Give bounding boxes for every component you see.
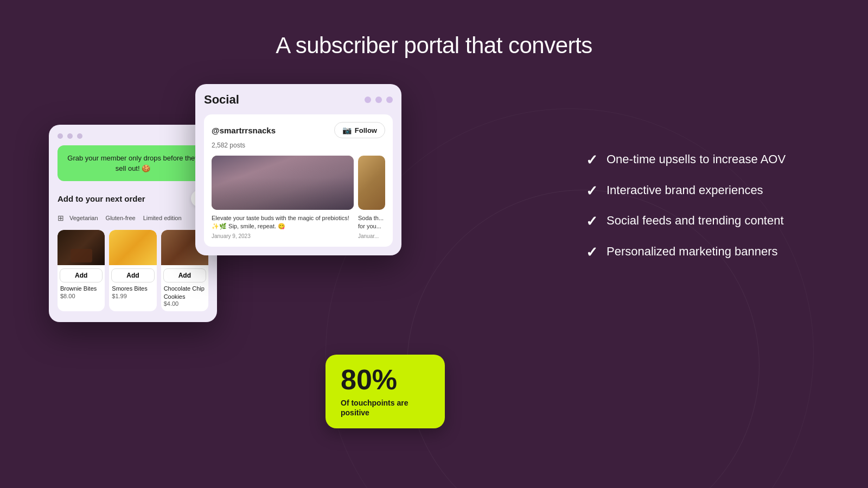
dot-3	[77, 133, 82, 139]
add-order-header: Add to your next order 🔍	[58, 190, 208, 207]
brownie-name: Brownie Bites	[58, 285, 105, 292]
profile-row: @smartrrsnacks 📷 Follow	[212, 122, 385, 138]
member-banner: Grab your member only drops before they …	[58, 145, 208, 181]
feature-item-1: ✓ One-time upsells to increase AOV	[586, 152, 814, 168]
checkmark-4: ✓	[586, 245, 598, 259]
stat-number: 80%	[341, 365, 430, 394]
filter-tabs: ⊞ Vegetarian Gluten-free Limited edition	[58, 214, 208, 222]
checkmark-2: ✓	[586, 184, 598, 198]
product-card-brownie: Add Brownie Bites $8.00	[58, 230, 105, 311]
feature-text-2: Interactive brand experiences	[607, 183, 763, 198]
deco-dot-2	[375, 97, 382, 103]
social-card: Social @smartrrsnacks 📷 Follow 2,582 pos…	[195, 84, 401, 255]
deco-dot-1	[365, 97, 371, 103]
add-brownie-button[interactable]: Add	[60, 268, 103, 282]
social-title: Social	[204, 93, 239, 107]
page-title: A subscriber portal that converts	[276, 33, 592, 59]
brownie-image	[58, 230, 105, 265]
social-post-2: Soda th... for you... Januar...	[358, 156, 385, 239]
smores-name: Smores Bites	[109, 285, 156, 292]
page-container: A subscriber portal that converts Grab y…	[0, 0, 868, 488]
member-banner-text: Grab your member only drops before they …	[67, 154, 198, 172]
feature-item-2: ✓ Interactive brand experiences	[586, 183, 814, 198]
instagram-icon: 📷	[342, 126, 352, 134]
add-order-card: Grab your member only drops before they …	[49, 125, 217, 322]
feature-text-3: Social feeds and trending content	[607, 213, 784, 229]
post-1-date: January 9, 2023	[212, 233, 354, 239]
products-row: Add Brownie Bites $8.00 Add Smores Bites…	[58, 230, 208, 311]
cookies-name: Chocolate Chip Cookies	[161, 285, 208, 300]
social-card-dots	[365, 97, 393, 103]
filter-glutenfree[interactable]: Gluten-free	[104, 214, 138, 222]
brownie-price: $8.00	[58, 293, 105, 299]
social-post-1: Elevate your taste buds with the magic o…	[212, 156, 354, 239]
feature-item-3: ✓ Social feeds and trending content	[586, 213, 814, 229]
social-card-header: Social	[204, 93, 393, 107]
social-photo-2	[358, 156, 385, 210]
add-order-title: Add to your next order	[58, 194, 145, 203]
card-decoration	[58, 133, 208, 139]
cookies-price: $4.00	[161, 300, 208, 307]
add-smores-button[interactable]: Add	[111, 268, 154, 282]
feature-item-4: ✓ Personalized marketing banners	[586, 244, 814, 260]
people-photo	[212, 156, 354, 210]
dot-2	[67, 133, 73, 139]
filter-vegetarian[interactable]: Vegetarian	[67, 214, 100, 222]
feature-text-4: Personalized marketing banners	[607, 244, 778, 260]
social-photo-1	[212, 156, 354, 210]
smores-price: $1.99	[109, 293, 156, 299]
post-2-caption: Soda th... for you...	[358, 214, 385, 231]
brownie-detail	[71, 249, 92, 262]
stat-description: Of touchpoints are positive	[341, 398, 430, 418]
social-profile-panel: @smartrrsnacks 📷 Follow 2,582 posts Elev…	[204, 114, 393, 247]
follow-button[interactable]: 📷 Follow	[334, 122, 385, 138]
post-1-caption: Elevate your taste buds with the magic o…	[212, 214, 354, 231]
social-images-row: Elevate your taste buds with the magic o…	[212, 156, 385, 239]
deco-dot-3	[386, 97, 393, 103]
profile-handle: @smartrrsnacks	[212, 126, 276, 135]
stat-badge: 80% Of touchpoints are positive	[326, 355, 445, 428]
dot-1	[58, 133, 63, 139]
add-cookies-button[interactable]: Add	[163, 268, 206, 282]
post-2-date: Januar...	[358, 233, 385, 239]
features-list: ✓ One-time upsells to increase AOV ✓ Int…	[586, 152, 814, 274]
checkmark-3: ✓	[586, 214, 598, 228]
follow-label: Follow	[355, 126, 377, 134]
feature-text-1: One-time upsells to increase AOV	[607, 152, 786, 168]
smores-image	[109, 230, 156, 265]
posts-count: 2,582 posts	[212, 142, 385, 149]
product-card-smores: Add Smores Bites $1.99	[109, 230, 156, 311]
filter-limited[interactable]: Limited edition	[141, 214, 184, 222]
filter-icon: ⊞	[58, 214, 64, 222]
checkmark-1: ✓	[586, 153, 598, 167]
